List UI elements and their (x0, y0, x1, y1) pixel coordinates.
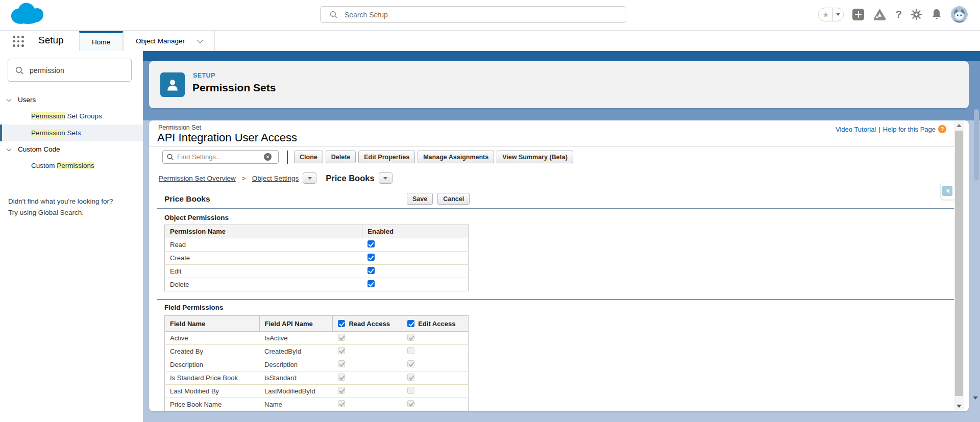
find-settings-input[interactable] (177, 153, 264, 161)
edit-enabled-checkbox[interactable] (368, 267, 375, 274)
guidance-center-icon[interactable] (873, 8, 887, 20)
window-scrollbar-thumb[interactable] (974, 109, 979, 181)
global-search-input[interactable] (345, 11, 610, 19)
video-tutorial-link[interactable]: Video Tutorial (836, 126, 876, 133)
permission-sets-badge (160, 72, 185, 97)
manage-assignments-button[interactable]: Manage Assignments (418, 151, 494, 163)
breadcrumb-overview-link[interactable]: Permission Set Overview (159, 175, 236, 182)
window-scroll-down-icon[interactable] (973, 400, 978, 409)
chevron-down-icon (7, 146, 12, 151)
collapse-left-icon (946, 188, 949, 193)
header-actions: ★ ? (818, 5, 968, 23)
edit-access-checkbox (407, 374, 414, 381)
breadcrumb: Permission Set Overview > Object Setting… (159, 172, 393, 184)
edit-access-checkbox (407, 334, 414, 341)
content-card: Permission Set API Integration User Acce… (149, 120, 969, 411)
tab-object-manager-label: Object Manager (136, 37, 185, 45)
notifications-bell-icon[interactable] (931, 8, 942, 20)
edit-access-all-checkbox[interactable] (407, 320, 414, 327)
setup-tree: Users Permission Set Groups Permission S… (0, 92, 143, 174)
quick-add-icon[interactable] (852, 9, 864, 20)
read-access-checkbox (338, 400, 345, 407)
price-books-dropdown-button[interactable] (379, 172, 393, 184)
edit-access-checkbox (407, 360, 414, 367)
highlight: Permission (31, 112, 65, 120)
section-title: Price Books (164, 194, 210, 204)
permission-name: Read (165, 238, 362, 252)
object-settings-dropdown-button[interactable] (303, 172, 316, 184)
save-button[interactable]: Save (407, 193, 433, 205)
help-orange-icon[interactable]: ? (938, 125, 946, 133)
sidebar-group-custom-code[interactable]: Custom Code (0, 141, 143, 157)
search-icon (15, 66, 23, 75)
create-enabled-checkbox[interactable] (368, 254, 375, 261)
table-row: Last Modified By LastModifiedById (165, 385, 469, 398)
col-edit-access: Edit Access (402, 316, 469, 332)
page-title: Permission Sets (192, 82, 276, 94)
section-divider (157, 208, 954, 209)
breadcrumb-object-settings-link[interactable]: Object Settings (252, 175, 299, 182)
delete-button[interactable]: Delete (326, 151, 356, 163)
breadcrumb-current: Price Books (326, 173, 374, 183)
global-header: ★ ? (0, 0, 980, 31)
table-row: Create (165, 252, 469, 265)
table-row: Delete (165, 278, 469, 291)
salesforce-cloud-logo (8, 2, 45, 25)
col-field-name: Field Name (165, 316, 260, 332)
highlight: Permission (31, 129, 65, 137)
view-summary-button[interactable]: View Summary (Beta) (497, 151, 573, 163)
search-icon (167, 154, 174, 160)
clone-button[interactable]: Clone (294, 151, 323, 163)
table-row: Active IsActive (165, 332, 469, 345)
item-label: Permission Set Groups (31, 112, 102, 120)
scroll-down-icon[interactable] (957, 405, 962, 408)
record-toolbar: ✕ Clone Delete Edit Properties Manage As… (149, 146, 958, 167)
field-api-name: Description (259, 358, 333, 371)
star-icon[interactable]: ★ (819, 8, 832, 21)
read-enabled-checkbox[interactable] (368, 240, 375, 247)
edit-access-checkbox (407, 400, 414, 407)
content-scrollbar[interactable] (954, 121, 964, 410)
scrollbar-thumb[interactable] (955, 131, 963, 396)
panel-collapse-button[interactable] (940, 182, 954, 200)
group-label: Users (18, 96, 36, 104)
search-icon (330, 11, 337, 18)
field-name: Is Standard Price Book (165, 371, 260, 385)
sidebar-item-permission-sets[interactable]: Permission Sets (0, 125, 143, 141)
edit-properties-button[interactable]: Edit Properties (358, 151, 415, 163)
user-avatar[interactable] (951, 6, 968, 23)
tab-object-manager[interactable]: Object Manager (123, 31, 215, 51)
item-label: Permission Sets (31, 129, 81, 137)
favorites-dropdown-button[interactable] (832, 8, 843, 21)
field-api-name: CreatedById (259, 345, 333, 358)
sidebar-item-permission-set-groups[interactable]: Permission Set Groups (0, 108, 143, 125)
delete-enabled-checkbox[interactable] (368, 280, 375, 287)
item-label: Custom Permissions (31, 162, 94, 169)
toolbar-divider (287, 151, 288, 164)
setup-gear-icon[interactable] (911, 9, 922, 20)
read-access-checkbox (338, 347, 345, 354)
scroll-up-icon[interactable] (957, 124, 962, 127)
sidebar-item-custom-permissions[interactable]: Custom Permissions (0, 157, 143, 174)
quick-find-input[interactable] (30, 66, 121, 75)
clear-icon[interactable]: ✕ (264, 153, 272, 161)
sidebar-group-users[interactable]: Users (0, 92, 143, 108)
record-type-label: Permission Set (158, 124, 201, 131)
col-read-access: Read Access (333, 316, 402, 332)
help-for-this-page-link[interactable]: Help for this Page (883, 126, 936, 133)
field-permissions-heading: Field Permissions (164, 304, 224, 311)
cancel-button[interactable]: Cancel (437, 193, 470, 205)
read-access-all-checkbox[interactable] (338, 320, 345, 327)
permission-name: Delete (165, 278, 362, 291)
setup-app-name: Setup (38, 35, 64, 46)
field-name: Last Modified By (165, 385, 260, 398)
help-icon[interactable]: ? (895, 8, 902, 20)
favorites-button[interactable]: ★ (818, 8, 844, 21)
object-permissions-table: Permission Name Enabled Read Create Edit… (164, 225, 469, 291)
app-launcher-icon[interactable] (13, 36, 24, 47)
caret-down-icon (836, 13, 840, 16)
col-field-api-name: Field API Name (259, 316, 333, 332)
table-header-row: Permission Name Enabled (165, 225, 469, 238)
tab-home[interactable]: Home (79, 31, 123, 51)
breadcrumb-separator: > (242, 175, 246, 182)
